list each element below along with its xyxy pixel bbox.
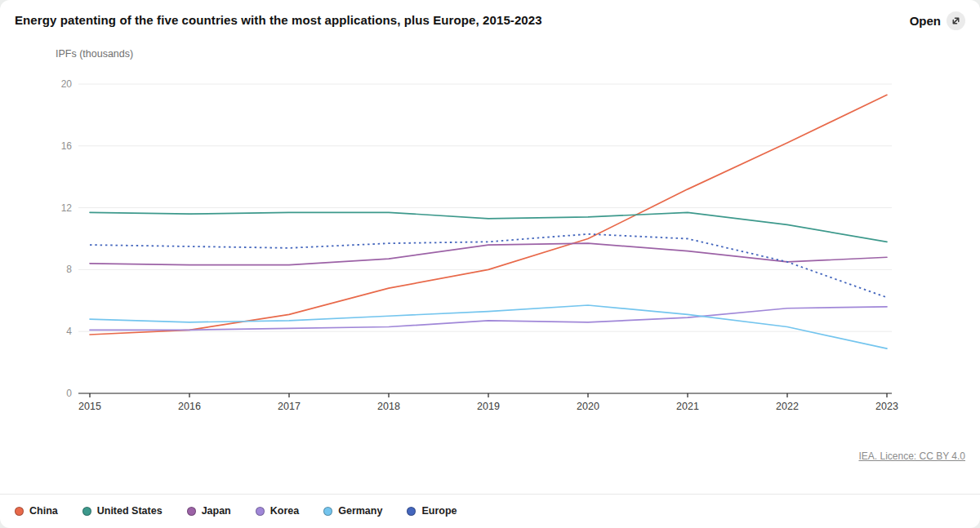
open-button[interactable]: Open — [910, 11, 965, 30]
legend-label: Germany — [338, 505, 382, 517]
y-axis-unit-label: IPFs (thousands) — [56, 48, 980, 60]
x-tick-label: 2017 — [278, 401, 301, 412]
legend-dot-korea — [256, 507, 265, 516]
legend-dot-united-states — [82, 507, 91, 516]
y-tick-label: 8 — [66, 264, 72, 275]
y-tick-label: 20 — [61, 78, 73, 90]
legend-dot-china — [15, 507, 24, 516]
page-title: Energy patenting of the five countries w… — [15, 13, 542, 27]
open-button-label: Open — [910, 14, 941, 28]
x-tick-label: 2023 — [875, 401, 898, 412]
legend-item-korea[interactable]: Korea — [256, 505, 299, 517]
legend-item-china[interactable]: China — [15, 505, 58, 517]
expand-icon-glyph — [947, 11, 965, 30]
x-tick-label: 2019 — [477, 401, 500, 412]
series-line-united-states — [90, 212, 887, 242]
legend-dot-germany — [323, 507, 332, 516]
legend-item-germany[interactable]: Germany — [323, 505, 382, 517]
legend-label: China — [29, 505, 58, 517]
legend-label: Korea — [270, 505, 299, 517]
legend-item-united-states[interactable]: United States — [82, 505, 163, 517]
legend-item-europe[interactable]: Europe — [407, 505, 457, 517]
legend-dot-japan — [187, 507, 196, 516]
x-tick-label: 2021 — [676, 401, 699, 412]
card-header: Energy patenting of the five countries w… — [0, 0, 980, 30]
legend-dot-europe — [407, 507, 416, 516]
y-tick-label: 4 — [66, 326, 72, 337]
x-tick-label: 2016 — [178, 401, 201, 412]
x-tick-label: 2015 — [78, 401, 101, 412]
chart-card: Energy patenting of the five countries w… — [0, 0, 980, 528]
legend-label: United States — [97, 505, 163, 517]
y-tick-label: 0 — [66, 388, 72, 399]
licence-link[interactable]: IEA. Licence: CC BY 4.0 — [858, 450, 965, 462]
legend-item-japan[interactable]: Japan — [187, 505, 231, 517]
line-chart: 0481216202015201620172018201920202021202… — [0, 63, 980, 427]
series-line-china — [90, 95, 887, 335]
x-tick-label: 2020 — [577, 401, 599, 412]
x-tick-label: 2018 — [377, 401, 400, 412]
x-tick-label: 2022 — [776, 401, 799, 412]
licence-row: IEA. Licence: CC BY 4.0 — [0, 448, 980, 463]
legend-label: Europe — [421, 505, 457, 517]
chart-legend: ChinaUnited StatesJapanKoreaGermanyEurop… — [0, 495, 980, 528]
expand-icon — [947, 11, 965, 30]
series-line-europe — [90, 234, 887, 298]
y-tick-label: 16 — [61, 140, 73, 152]
legend-divider: ChinaUnited StatesJapanKoreaGermanyEurop… — [0, 494, 980, 528]
y-tick-label: 12 — [61, 202, 73, 214]
legend-label: Japan — [202, 505, 231, 517]
